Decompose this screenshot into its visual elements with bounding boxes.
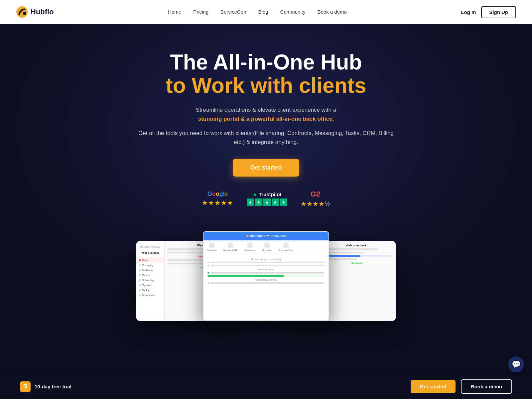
screenshot-center: Client name × Your business Messaging Sc… [203, 231, 329, 321]
nav-item-blog[interactable]: Blog [258, 9, 268, 15]
hero-title-white: The All-in-One Hub [170, 50, 362, 74]
g2-logo: G2 [311, 190, 320, 199]
strip-get-started-button[interactable]: Get started [411, 380, 456, 393]
chat-icon: 💬 [512, 360, 521, 369]
trustpilot-rating: ★ Trustpilot ★ ★ ★ ★ ★ [247, 192, 287, 206]
ratings-row: Google ★★★★★ ★ Trustpilot ★ ★ ★ ★ ★ [136, 190, 396, 208]
screenshots-preview: Client portal Your business Home Messagi… [136, 228, 396, 321]
nav-actions: Log In Sign Up [461, 6, 516, 18]
get-started-button[interactable]: Get started [233, 159, 299, 177]
signup-button[interactable]: Sign Up [481, 6, 516, 18]
nav-item-community[interactable]: Community [280, 9, 306, 15]
strip-book-demo-button[interactable]: Book a demo [461, 379, 512, 394]
navbar: Hubflo Home Pricing ServiceCon Blog Comm… [0, 0, 532, 24]
hero-content: The All-in-One Hub to Work with clients … [136, 24, 396, 321]
trustpilot-label: ★ Trustpilot [253, 192, 281, 197]
nav-item-book-demo[interactable]: Book a demo [317, 9, 346, 15]
trial-text: 10-day free trial [35, 384, 71, 389]
hero-title: The All-in-One Hub to Work with clients [136, 51, 396, 97]
strip-actions: Get started Book a demo [411, 379, 512, 394]
hero-subtitle-2: Get all the tools you need to work with … [136, 129, 396, 147]
google-brand-name: Google [207, 191, 228, 198]
g2-stars: ★★★★½ [301, 200, 330, 208]
strip-trial-info: 🗓 10-day free trial [20, 381, 71, 392]
svg-point-0 [16, 6, 28, 18]
nav-item-home[interactable]: Home [168, 9, 181, 15]
logo-text: Hubflo [31, 8, 54, 16]
svg-point-1 [23, 12, 26, 15]
hubflo-logo-icon [16, 6, 28, 18]
hero-title-accent: to Work with clients [166, 73, 366, 97]
trustpilot-stars: ★ ★ ★ ★ ★ [247, 199, 287, 206]
login-button[interactable]: Log In [461, 9, 476, 15]
nav-item-pricing[interactable]: Pricing [193, 9, 208, 15]
chat-bubble-button[interactable]: 💬 [508, 356, 524, 372]
trustpilot-icon: ★ [253, 192, 257, 197]
hero-subtitle-1: Streamline operations & elevate client e… [136, 105, 396, 123]
logo-link[interactable]: Hubflo [16, 6, 54, 18]
nav-links: Home Pricing ServiceCon Blog Community B… [168, 9, 347, 15]
nav-item-servicecon[interactable]: ServiceCon [220, 9, 246, 15]
trial-icon: 🗓 [20, 381, 31, 392]
google-stars: ★★★★★ [202, 199, 233, 207]
hero-section: The All-in-One Hub to Work with clients … [0, 0, 532, 321]
bottom-trial-strip: 🗓 10-day free trial Get started Book a d… [0, 374, 532, 399]
google-rating: Google ★★★★★ [202, 191, 233, 207]
g2-rating: G2 ★★★★½ [301, 190, 330, 208]
